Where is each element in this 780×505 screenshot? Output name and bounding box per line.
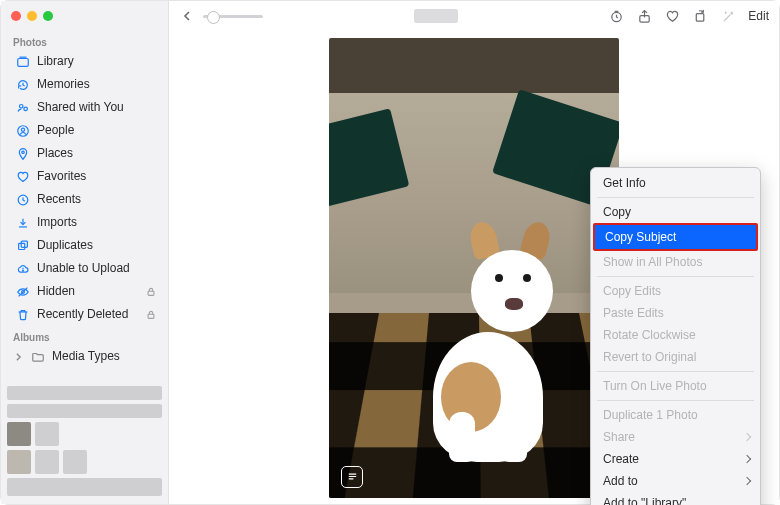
sidebar-item-people[interactable]: People [1, 119, 168, 142]
context-menu: Get Info Copy Copy Subject Show in All P… [590, 167, 761, 505]
duplicates-icon [15, 238, 30, 253]
window-controls [1, 1, 168, 31]
eye-slash-icon [15, 284, 30, 299]
ctx-separator [597, 197, 754, 198]
sidebar-thumbnails [1, 380, 168, 504]
thumb-placeholder [7, 478, 162, 496]
photo [329, 38, 619, 498]
sidebar-item-memories[interactable]: Memories [1, 73, 168, 96]
sidebar-item-label: Library [37, 53, 74, 70]
sidebar-item-label: Places [37, 145, 73, 162]
favorite-button[interactable] [664, 8, 680, 24]
ctx-create[interactable]: Create [591, 448, 760, 470]
thumb-placeholder [7, 422, 31, 446]
thumb-placeholder [35, 450, 59, 474]
sidebar-item-label: Media Types [52, 348, 120, 365]
sidebar-item-media-types[interactable]: Media Types [1, 345, 168, 368]
sidebar-item-label: Shared with You [37, 99, 124, 116]
sidebar-item-label: Hidden [37, 283, 75, 300]
thumb-placeholder [63, 450, 87, 474]
thumb-placeholder [7, 450, 31, 474]
ctx-copy-subject-highlight: Copy Subject [593, 223, 758, 251]
sidebar-section-photos: Photos [1, 31, 168, 50]
app-window: Photos Library Memories Shared with You … [0, 0, 780, 505]
svg-rect-15 [696, 13, 704, 21]
sidebar-item-label: People [37, 122, 74, 139]
ctx-show-in-all-photos: Show in All Photos [591, 251, 760, 273]
download-icon [15, 215, 30, 230]
enhance-button[interactable] [720, 8, 736, 24]
sidebar-item-label: Memories [37, 76, 90, 93]
clock-rewind-icon [15, 77, 30, 92]
chevron-right-icon [15, 352, 23, 362]
svg-point-9 [22, 270, 23, 271]
sidebar-item-label: Favorites [37, 168, 86, 185]
svg-point-5 [21, 151, 23, 153]
fullscreen-window-button[interactable] [43, 11, 53, 21]
adjust-time-button[interactable] [608, 8, 624, 24]
ctx-turn-on-live-photo: Turn On Live Photo [591, 375, 760, 397]
share-button[interactable] [636, 8, 652, 24]
sidebar-item-library[interactable]: Library [1, 50, 168, 73]
ctx-copy-edits: Copy Edits [591, 280, 760, 302]
ctx-copy[interactable]: Copy [591, 201, 760, 223]
trash-icon [15, 307, 30, 322]
sidebar-item-places[interactable]: Places [1, 142, 168, 165]
toolbar-right: Edit [608, 8, 769, 24]
sidebar-item-hidden[interactable]: Hidden [1, 280, 168, 303]
zoom-slider[interactable] [203, 15, 263, 18]
sidebar-item-imports[interactable]: Imports [1, 211, 168, 234]
ctx-share: Share [591, 426, 760, 448]
minimize-window-button[interactable] [27, 11, 37, 21]
lock-icon [146, 287, 156, 297]
library-icon [15, 54, 30, 69]
ctx-separator [597, 371, 754, 372]
sidebar-item-duplicates[interactable]: Duplicates [1, 234, 168, 257]
rotate-button[interactable] [692, 8, 708, 24]
svg-point-4 [21, 128, 24, 131]
ctx-duplicate-photo: Duplicate 1 Photo [591, 404, 760, 426]
thumb-placeholder [35, 422, 59, 446]
sidebar-section-albums: Albums [1, 326, 168, 345]
toolbar: Edit [169, 1, 779, 31]
folder-icon [30, 349, 45, 364]
sidebar-item-recently-deleted[interactable]: Recently Deleted [1, 303, 168, 326]
sidebar: Photos Library Memories Shared with You … [1, 1, 169, 504]
pin-icon [15, 146, 30, 161]
sidebar-photos-list: Library Memories Shared with You People … [1, 50, 168, 326]
thumb-placeholder [7, 386, 162, 400]
sidebar-item-label: Imports [37, 214, 77, 231]
ctx-rotate-clockwise: Rotate Clockwise [591, 324, 760, 346]
ctx-get-info[interactable]: Get Info [591, 172, 760, 194]
sidebar-item-label: Duplicates [37, 237, 93, 254]
svg-point-1 [19, 104, 23, 108]
ctx-separator [597, 400, 754, 401]
main-content: Edit [169, 1, 779, 504]
back-button[interactable] [179, 8, 195, 24]
close-window-button[interactable] [11, 11, 21, 21]
sidebar-albums-list: Media Types [1, 345, 168, 368]
edit-button[interactable]: Edit [748, 9, 769, 23]
sidebar-item-label: Recently Deleted [37, 306, 128, 323]
sidebar-item-favorites[interactable]: Favorites [1, 165, 168, 188]
ctx-add-to[interactable]: Add to [591, 470, 760, 492]
sidebar-item-unable-to-upload[interactable]: Unable to Upload [1, 257, 168, 280]
ctx-add-to-library[interactable]: Add to "Library" [591, 492, 760, 505]
cloud-alert-icon [15, 261, 30, 276]
heart-icon [15, 169, 30, 184]
live-text-button[interactable] [341, 466, 363, 488]
sidebar-item-label: Unable to Upload [37, 260, 130, 277]
thumb-placeholder [7, 404, 162, 418]
shared-icon [15, 100, 30, 115]
ctx-copy-subject[interactable]: Copy Subject [595, 225, 756, 249]
title-placeholder [414, 9, 458, 23]
toolbar-left [179, 8, 263, 24]
ctx-paste-edits: Paste Edits [591, 302, 760, 324]
svg-rect-11 [148, 291, 154, 295]
sidebar-item-label: Recents [37, 191, 81, 208]
ctx-revert-to-original: Revert to Original [591, 346, 760, 368]
sidebar-item-shared-with-you[interactable]: Shared with You [1, 96, 168, 119]
svg-point-2 [23, 107, 27, 111]
sidebar-item-recents[interactable]: Recents [1, 188, 168, 211]
lock-icon [146, 310, 156, 320]
